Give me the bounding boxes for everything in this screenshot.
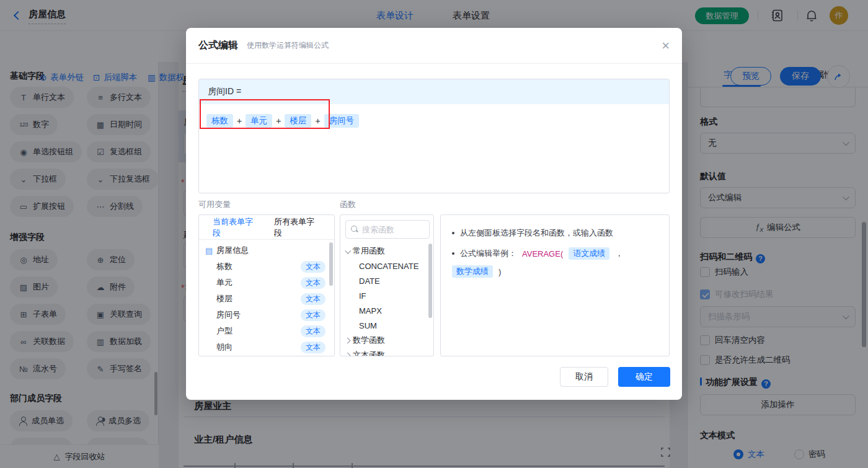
caret-right-icon — [345, 337, 351, 343]
variable-item[interactable]: 房间号文本 — [199, 307, 334, 323]
variable-item[interactable]: 楼层文本 — [199, 291, 334, 307]
function-search-box[interactable] — [345, 220, 430, 239]
formula-expression: 栋数 + 单元 + 楼层 + 房间号 — [199, 104, 669, 138]
example-field-chip: 语文成绩 — [569, 247, 609, 260]
variable-item[interactable]: 户型文本 — [199, 323, 334, 339]
variables-panel: 当前表单字段 所有表单字段 ▤ 房屋信息 栋数文本 单元文本 楼层文本 房间号文… — [198, 214, 335, 356]
formula-token[interactable]: 栋数 — [206, 114, 233, 128]
bullet-icon — [452, 252, 454, 255]
field-type-badge: 文本 — [301, 309, 326, 321]
help-tip-1: 从左侧面板选择字段名和函数，或输入函数 — [452, 227, 658, 239]
functions-panel-label: 函数 — [340, 199, 356, 210]
variables-panel-label: 可用变量 — [198, 199, 231, 210]
cancel-button[interactable]: 取消 — [560, 367, 608, 387]
plus-operator: + — [276, 116, 281, 126]
modal-header: 公式编辑 使用数学运算符编辑公式 × — [186, 28, 682, 64]
close-icon[interactable]: × — [662, 39, 670, 53]
tab-current-form-fields[interactable]: 当前表单字段 — [213, 216, 259, 239]
functions-scrollbar[interactable] — [428, 244, 432, 318]
variable-item[interactable]: 栋数文本 — [199, 258, 334, 275]
function-item[interactable]: IF — [340, 288, 434, 303]
app-screen: 房屋信息 表单设计 表单设置 数据管理 作 ⊘表单外链 ⊡后端脚本 ▥数据权 预… — [0, 0, 868, 468]
variable-item[interactable]: 单元文本 — [199, 275, 334, 291]
function-item[interactable]: SUM — [340, 318, 434, 333]
confirm-button[interactable]: 确定 — [618, 367, 670, 387]
bullet-icon — [452, 232, 454, 234]
variables-scrollbar[interactable] — [329, 242, 333, 286]
variable-item[interactable]: 朝向文本 — [199, 339, 334, 355]
formula-editor[interactable]: 房间ID = 栋数 + 单元 + 楼层 + 房间号 — [198, 79, 670, 193]
document-icon: ▤ — [205, 246, 213, 255]
example-field-chip: 数学成绩 — [452, 265, 493, 278]
function-group-text[interactable]: 文本函数 — [340, 348, 434, 356]
formula-token[interactable]: 楼层 — [285, 114, 311, 128]
field-type-badge: 文本 — [301, 261, 326, 273]
field-type-badge: 文本 — [301, 325, 326, 337]
plus-operator: + — [237, 116, 242, 126]
function-group-math[interactable]: 数学函数 — [340, 333, 434, 348]
field-type-badge: 文本 — [301, 293, 326, 305]
function-item[interactable]: CONCATENATE — [340, 258, 434, 273]
field-type-badge: 文本 — [301, 277, 326, 289]
function-group-common[interactable]: 常用函数 — [340, 244, 434, 258]
example-function-name: AVERAGE( — [522, 249, 563, 258]
formula-token[interactable]: 房间号 — [324, 114, 360, 128]
caret-down-icon — [345, 247, 351, 254]
search-icon — [351, 226, 358, 233]
formula-target: 房间ID = — [199, 79, 669, 104]
function-item[interactable]: DATE — [340, 273, 434, 288]
caret-right-icon — [345, 352, 351, 356]
plus-operator: + — [315, 116, 320, 126]
function-search-input[interactable] — [362, 225, 418, 234]
formula-edit-modal: 公式编辑 使用数学运算符编辑公式 × 房间ID = 栋数 + 单元 + 楼层 +… — [186, 28, 682, 400]
field-type-badge: 文本 — [301, 342, 326, 353]
modal-title: 公式编辑 — [198, 39, 238, 52]
modal-subtitle: 使用数学运算符编辑公式 — [247, 40, 329, 51]
tab-all-form-fields[interactable]: 所有表单字段 — [274, 216, 321, 239]
variables-form-node[interactable]: ▤ 房屋信息 — [199, 242, 334, 258]
help-panel: 从左侧面板选择字段名和函数，或输入函数 公式编辑举例： AVERAGE( 语文成… — [440, 214, 670, 356]
functions-panel: 常用函数 CONCATENATE DATE IF MAPX SUM 数学函数 文… — [340, 214, 434, 356]
function-item[interactable]: MAPX — [340, 303, 434, 318]
help-tip-2: 公式编辑举例： AVERAGE( 语文成绩 ， 数学成绩 ) — [452, 247, 658, 278]
formula-token[interactable]: 单元 — [246, 114, 272, 128]
variables-tabs: 当前表单字段 所有表单字段 — [199, 215, 334, 240]
